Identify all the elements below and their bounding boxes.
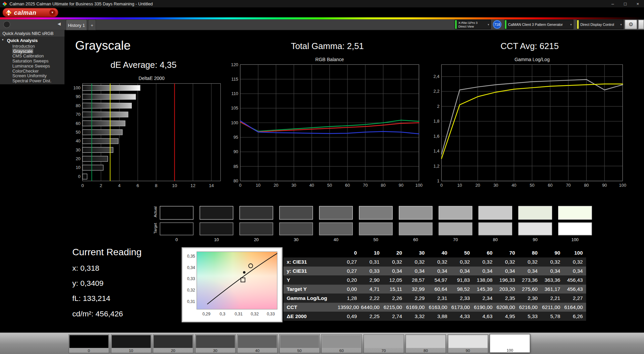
table-value-cell: 0,32 [496,258,518,267]
sidebar-item-label: Screen Uniformity [12,73,47,78]
table-value-cell: 275,60 [518,284,541,294]
table-value-cell: 0,27 [338,258,360,267]
pattern-generator-selector[interactable]: CalMAN Client 3 Pattern Generator ▾ [504,20,574,29]
pattern-button-10[interactable]: 10 [111,335,151,353]
pattern-button-50[interactable]: 50 [279,335,320,353]
tree-root-quick-analysis[interactable]: ▾ Quick Analysis [0,37,64,44]
table-column-header: 90 [541,249,564,258]
table-value-cell: 4,71 [360,284,383,294]
chevron-down-icon: ▾ [569,23,573,26]
sidebar-item-colorchecker[interactable]: ColorChecker [0,68,64,73]
table-column-header: 80 [518,249,541,258]
table-value-cell: 0,34 [496,266,518,275]
table-column-header: 10 [360,249,383,258]
minimize-button[interactable]: – [611,0,614,7]
brand-bar: calman ▾ [0,7,644,17]
close-button[interactable]: × [636,0,639,7]
sidebar-item-spectral-power-dist[interactable]: Spectral Power Dist. [0,78,64,83]
sidebar-item-screen-uniformity[interactable]: Screen Uniformity [0,73,64,78]
sidebar-item-grayscale[interactable]: Grayscale [0,48,64,53]
svg-text:20: 20 [274,183,278,188]
svg-text:120: 120 [231,62,238,67]
svg-text:2: 2 [437,104,439,109]
pattern-button-30[interactable]: 30 [195,335,235,353]
sidebar-item-luminance-sweeps[interactable]: Luminance Sweeps [0,63,64,69]
table-value-cell: 0,34 [541,266,564,275]
display-control-status-accent [577,20,579,29]
svg-text:Gamma Log/Log: Gamma Log/Log [515,57,550,62]
table-value-cell: 0,34 [406,266,428,275]
table-row-label: Y [283,275,338,284]
svg-text:8: 8 [155,183,157,188]
display-control-selector[interactable]: Direct Display Control ▾ [577,20,624,29]
pattern-button-20[interactable]: 20 [153,335,194,353]
pattern-button-80[interactable]: 80 [406,335,446,353]
svg-text:90: 90 [602,183,607,188]
meter-selector[interactable]: X-Rite i1Pro 3 Direct View ▾ [455,20,491,29]
actual-row-label: Actual [153,207,157,217]
table-value-cell: 0,34 [383,266,405,275]
meter-selector-text: X-Rite i1Pro 3 Direct View [459,21,478,28]
add-tab-button[interactable]: + [88,19,96,30]
cie-chromaticity-panel: 0,290,30,310,320,330,350,340,330,320,31 [182,248,282,322]
table-value-cell: 0,32 [541,258,564,267]
pattern-label: 90 [448,348,488,353]
table-value-cell: 6216,00 [518,303,541,312]
toolbar-overflow-button[interactable] [638,20,644,29]
meter-name: X-Rite i1Pro 3 [459,21,478,25]
pattern-button-60[interactable]: 60 [321,335,362,353]
table-value-cell: 6169,00 [406,303,428,312]
svg-text:10: 10 [256,183,260,188]
reading-y: y: 0,3409 [72,279,142,288]
table-value-cell: 2,31 [428,294,450,303]
table-column-header: 20 [383,249,405,258]
pattern-swatch [406,335,445,348]
target-row-label: Target [153,223,157,234]
table-value-cell: 456,43 [564,275,586,284]
sidebar-item-cms-calibration[interactable]: CMS Calibration [0,53,64,58]
svg-text:0: 0 [81,183,84,188]
pattern-button-90[interactable]: 90 [447,335,488,353]
deltae-2000-chart: 024681012141009080706050403020100DeltaE … [65,75,227,192]
table-value-cell: 13592,00 [338,303,360,312]
table-value-cell: 3,88 [428,312,450,321]
tree-root-label: Quick Analysis [7,38,38,43]
pattern-button-0[interactable]: 0 [68,335,109,353]
target-swatch-70 [439,222,472,235]
table-value-cell: 0,31 [360,258,383,267]
pattern-swatch [322,335,361,348]
table-value-cell: 2,34 [473,294,496,303]
table-value-cell: 2,29 [406,294,428,303]
svg-text:1,8: 1,8 [433,119,439,124]
table-value-cell: 0,20 [338,275,360,284]
maximize-button[interactable]: □ [624,0,627,7]
page-title: Grayscale [75,39,130,53]
nav-circle-button[interactable] [3,21,10,28]
svg-text:80: 80 [584,183,589,188]
target-swatch-90 [518,222,552,235]
tab-history-1[interactable]: History 1 [66,19,87,30]
pattern-button-40[interactable]: 40 [237,335,278,353]
pattern-button-100[interactable]: 100 [490,334,530,353]
table-value-cell: 273,36 [518,275,541,284]
app-window: Calman 2025 Calman Ultimate for Business… [0,0,644,354]
gamma-loglog-chart: 01020304050607080901002,42,221,81,61,41,… [428,57,631,192]
sidebar-item-list: IntroductionGrayscaleCMS CalibrationSatu… [0,44,64,83]
sidebar-item-saturation-sweeps[interactable]: Saturation Sweeps [0,58,64,63]
settings-gear-button[interactable]: ⚙ [625,20,637,29]
table-value-cell: 6173,00 [450,303,473,312]
svg-text:0,31: 0,31 [234,312,243,316]
pattern-button-70[interactable]: 70 [363,335,404,353]
table-row-label: Target Y [283,284,338,294]
sidebar-item-introduction[interactable]: Introduction [0,44,64,49]
svg-text:70: 70 [363,183,368,188]
tree-expander-icon: ▾ [2,38,3,42]
pattern-label: 70 [364,348,404,353]
table-value-cell: 6163,00 [428,303,450,312]
sidebar-collapse-button[interactable]: ◀ [57,21,60,26]
table-value-cell: 6208,00 [496,303,518,312]
svg-text:1,2: 1,2 [433,164,439,169]
calman-menu-button[interactable]: calman ▾ [2,8,58,17]
strip-column-label: 30 [279,237,313,242]
table-value-cell: 0,32 [428,258,450,267]
